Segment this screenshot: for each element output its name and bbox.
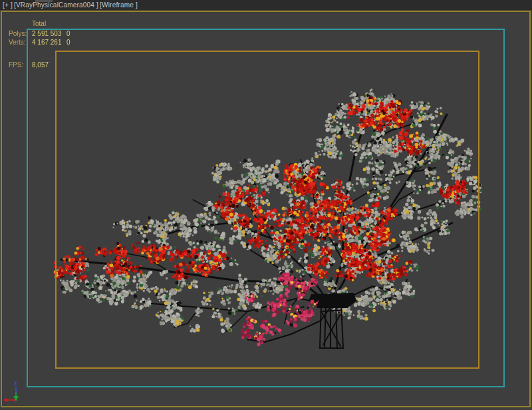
- safe-frame-title-safe: [55, 51, 479, 369]
- viewport-label-menus: [+ ][VRayPhysicalCamera004 ][Wireframe ]: [3, 0, 139, 10]
- viewport-label-bar: [+ ][VRayPhysicalCamera004 ][Wireframe ]: [0, 0, 532, 10]
- viewport-shading-menu[interactable]: [Wireframe ]: [100, 1, 138, 9]
- viewport-general-menu[interactable]: [+ ]: [3, 1, 13, 9]
- 3dsmax-viewport-screenshot: { "viewport": { "label": { "general": "[…: [0, 0, 532, 410]
- viewport-pov-camera-menu[interactable]: [VRayPhysicalCamera004 ]: [14, 1, 98, 9]
- top-edge-fragment: [35, 0, 53, 2]
